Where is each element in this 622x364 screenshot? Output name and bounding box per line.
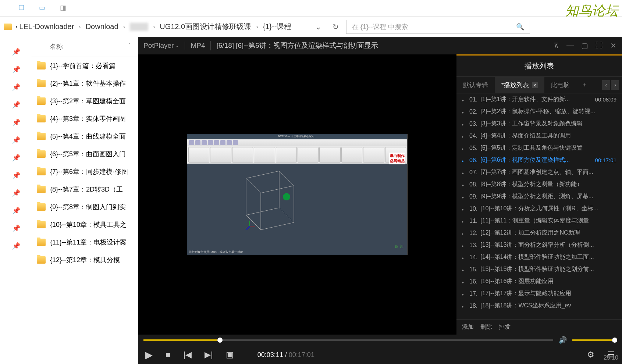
pin-icon[interactable]: 📌 [12,171,19,178]
playlist-item[interactable]: ▸12.[12]--第12讲：加工分析应用之NC助理 [456,227,622,239]
search-input[interactable]: 在 {1}--课程 中搜索 🔍 [346,20,530,34]
playlist-item[interactable]: ▸11.[11]--第11：测重量（编辑实体密度与测量 [456,215,622,227]
folder-item[interactable]: {9}--第8章：制图入门到实 [31,198,138,216]
folder-item[interactable]: {3}--第2章：草图建模全面 [31,92,138,110]
chevron-icon: › [256,24,258,30]
progress-bar[interactable] [143,339,553,341]
folder-item[interactable]: {10}--第10章：模具工具之 [31,216,138,233]
volume-icon[interactable]: 🔊 [559,336,567,344]
column-header-label: 名称 [50,43,63,50]
breadcrumb-item[interactable]: LEL-Downloader [19,22,74,31]
playlist-item[interactable]: ▸04.[4]--第4讲：界面介绍及工具的调用 [456,130,622,142]
settings-icon[interactable]: ⚙ [587,350,594,360]
playlist-item[interactable]: ▸05.[5]--第5讲：定制工具及角色与快键设置 [456,142,622,154]
playlist-item[interactable]: ▸10.[10]--第10讲：分析之几何属性（测R、坐标... [456,203,622,215]
breadcrumb-item[interactable]: Download [86,22,118,31]
playlist-item-name: [13]--第13讲：面分析之斜率分析（分析倒... [480,241,616,249]
pin-icon[interactable]: 📌 [12,65,19,72]
pin-icon[interactable]: 📌 [12,154,19,160]
fullscreen-icon[interactable]: ⛶ [596,41,603,50]
search-placeholder: 在 {1}--课程 中搜索 [352,22,408,31]
playlist-item[interactable]: ▸03.[3]--第3讲：工作窗背景及对象颜色编辑 [456,118,622,130]
play-button[interactable]: ▶ [145,349,153,361]
playlist-item[interactable]: ▸13.[13]--第13讲：面分析之斜率分析（分析倒... [456,239,622,251]
nav-prev-icon[interactable]: ‹ [602,80,610,90]
dropdown-icon[interactable]: ⌄ [315,22,321,31]
breadcrumb-item[interactable]: {1}--课程 [263,22,292,32]
refresh-icon[interactable]: ↻ [333,22,339,31]
tab-default-album[interactable]: 默认专辑 [456,77,495,93]
breadcrumb-item[interactable]: UG12.0画图设计精修班级课 [160,22,251,32]
close-icon[interactable]: × [532,82,538,88]
playlist-item[interactable]: ▸14.[14]--第14讲：模型部件验证功能之加工面... [456,251,622,263]
search-icon[interactable]: 🔍 [516,23,524,31]
open-button[interactable]: ▣ [226,350,234,360]
folder-item[interactable]: {11}--第11章：电极设计案 [31,233,138,251]
playlist-item[interactable]: ▸08.[8]--第8讲：模型分析之测量（新功能） [456,178,622,190]
tab-playlist[interactable]: *播放列表× [495,77,544,93]
svg-line-3 [246,226,250,230]
nav-next-icon[interactable]: › [611,80,619,90]
pin-icon[interactable]: 📌 [12,189,19,196]
close-icon[interactable]: ✕ [610,41,616,50]
folder-icon [4,24,12,30]
column-header-name[interactable]: 名称 ˆ [31,37,138,57]
explorer-toolbar: ☐ ▭ ◨ [0,0,622,17]
playlist-item[interactable]: ▸02.[2]--第2讲：鼠标操作-平移、缩放、旋转视... [456,106,622,118]
player-controls: 🔊 ▶ ■ |◀ ▶| ▣ 00:03:11 / 00:17:01 ⚙ ☰ [138,335,622,364]
folder-item[interactable]: {5}--第4章：曲线建模全面 [31,128,138,145]
folder-item[interactable]: {1}--学前首篇：必看篇 [31,57,138,75]
play-indicator-icon: ▸ [462,159,465,162]
folder-item[interactable]: {6}--第5章：曲面画图入门 [31,145,138,163]
app-name[interactable]: PotPlayer ⌄ [143,42,179,50]
folder-item[interactable]: {8}--第7章：2D转3D（工 [31,181,138,198]
play-indicator-icon: ▸ [462,256,465,259]
playlist-item[interactable]: ▸17.[17]--第17讲：显示与隐藏功能应用 [456,288,622,300]
tab-this-pc[interactable]: 此电脑 [544,77,576,93]
stop-button[interactable]: ■ [166,350,170,360]
playlist-item[interactable]: ▸01.[1]--第1讲：开启软件、文件的新...00:08:09 [456,93,622,106]
playlist-index: 16. [469,278,477,285]
playlist-item[interactable]: ▸18.[18]--第18讲：WCS坐标系应用_ev [456,300,622,312]
folder-item[interactable]: {4}--第3章：实体零件画图 [31,110,138,128]
pin-icon[interactable]: 📌 [12,207,19,213]
playlist-item[interactable]: ▸06.[6]--第6讲：视图方位及渲染样式...00:17:01 [456,154,622,166]
playlist-item[interactable]: ▸07.[7]--第7讲：画图基准创建之点、轴、平面... [456,166,622,178]
pin-icon[interactable]: 📌 [12,83,19,90]
toolbar-icon[interactable]: ▭ [39,4,45,12]
playlist-item[interactable]: ▸09.[9]--第9讲：模型分析之测距、测角、屏幕... [456,190,622,203]
footer-add[interactable]: 添加 [462,323,474,331]
play-indicator-icon: ▸ [462,183,465,186]
folder-item[interactable]: {12}--第12章：模具分模 [31,251,138,269]
folder-item[interactable]: {2}--第1章：软件基本操作 [31,75,138,92]
pin-icon[interactable]: 📌 [12,118,19,125]
pin-icon[interactable]: 📌 [12,242,19,249]
prev-button[interactable]: |◀ [183,350,192,360]
footer-delete[interactable]: 删除 [480,323,492,331]
minimize-icon[interactable]: — [566,41,574,50]
next-button[interactable]: ▶| [205,350,213,360]
playlist-total-duration: 25:10 [604,354,618,361]
pin-icon[interactable]: 📌 [12,48,19,54]
folder-item[interactable]: {7}--第6章：同步建模-修图 [31,163,138,181]
volume-slider[interactable] [572,339,616,341]
pin-icon[interactable]: 📌 [12,101,19,107]
playlist-index: 01. [469,96,477,103]
playlist-item[interactable]: ▸16.[16]--第16讲：图层功能应用 [456,275,622,288]
toolbar-icon[interactable]: ◨ [60,4,66,12]
play-indicator-icon: ▸ [462,122,465,125]
pin-icon[interactable]: 📌 [12,136,19,143]
playlist-item-name: [3]--第3讲：工作窗背景及对象颜色编辑 [480,120,616,128]
video-viewport[interactable]: NX12.0 — 十三年经验精心深入... 爆白制作必属精品 [138,54,456,335]
toolbar-icon[interactable]: ☐ [18,4,24,12]
play-indicator-icon: ▸ [462,268,465,271]
maximize-icon[interactable]: ▢ [581,41,588,50]
pin-icon[interactable]: 📌 [12,224,19,231]
cube-wireframe [231,167,305,233]
playlist-item-name: [11]--第11：测重量（编辑实体密度与测量 [480,217,616,225]
tab-add[interactable]: + [576,78,593,92]
pin-icon[interactable]: ⊼ [554,41,559,50]
footer-sort[interactable]: 排发 [499,323,511,331]
breadcrumb-item-blurred[interactable] [130,23,148,31]
playlist-item[interactable]: ▸15.[15]--第15讲：模型部件验证功能之划分前... [456,263,622,275]
